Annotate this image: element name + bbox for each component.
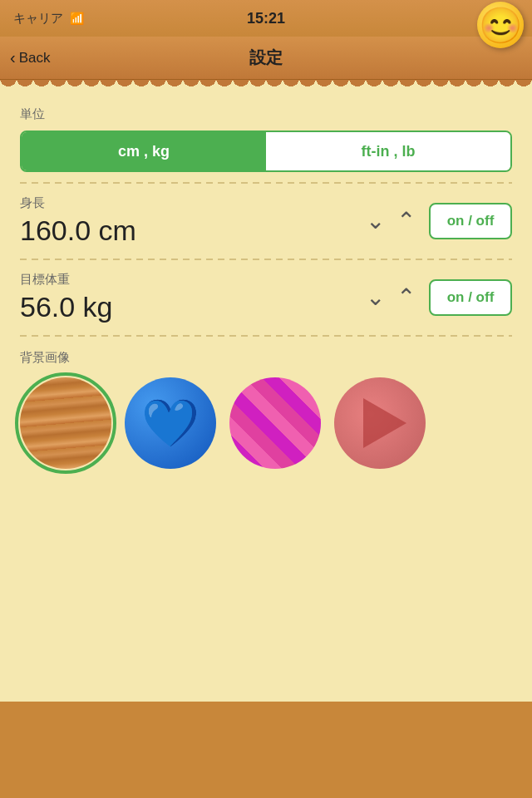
status-time: 15:21 [247,10,285,27]
weight-label: 目標体重 [20,272,366,288]
content-area: 単位 cm , kg ft-in , lb 身長 160.0 cm ⌄ ⌃ on… [0,91,532,702]
imperial-button[interactable]: ft-in , lb [266,132,510,170]
height-left: 身長 160.0 cm [20,195,366,247]
carrier-label: キャリア [13,11,63,27]
height-down-button[interactable]: ⌄ [366,209,385,233]
zigzag-border [0,80,532,91]
mascot [477,2,524,48]
status-left: キャリア 📶 [13,11,84,27]
background-label: 背景画像 [20,350,512,366]
height-toggle-button[interactable]: on / off [429,203,512,239]
target-weight-section: 目標体重 56.0 kg ⌄ ⌃ on / off [0,260,532,335]
weight-left: 目標体重 56.0 kg [20,272,366,323]
weight-controls: ⌄ ⌃ [366,286,416,309]
height-up-button[interactable]: ⌃ [397,209,416,233]
nav-bar: ‹ Back 設定 [0,37,532,80]
background-red[interactable] [334,377,426,469]
height-section: 身長 160.0 cm ⌄ ⌃ on / off [0,184,532,259]
background-pink[interactable] [229,377,321,469]
weight-toggle-button[interactable]: on / off [429,279,512,316]
unit-label: 単位 [20,106,512,122]
page-title: 設定 [249,47,283,69]
back-label: Back [19,50,51,66]
weight-down-button[interactable]: ⌄ [366,286,385,309]
unit-toggle[interactable]: cm , kg ft-in , lb [20,131,512,172]
remaining-space [0,485,532,702]
background-blue[interactable] [125,377,216,469]
mascot-face [477,2,524,48]
background-section: 背景画像 [0,337,532,485]
status-bar: キャリア 📶 15:21 [0,0,532,37]
back-chevron-icon: ‹ [10,48,16,67]
unit-section: 単位 cm , kg ft-in , lb [0,91,532,182]
back-button[interactable]: ‹ Back [10,48,50,67]
weight-up-button[interactable]: ⌃ [397,286,416,309]
metric-button[interactable]: cm , kg [22,132,266,170]
weight-value: 56.0 kg [20,291,366,323]
height-value: 160.0 cm [20,214,366,247]
background-thumbs [20,377,512,469]
height-label: 身長 [20,195,366,211]
background-wood[interactable] [20,377,111,469]
wifi-icon: 📶 [70,12,84,25]
height-controls: ⌄ ⌃ [366,209,416,233]
